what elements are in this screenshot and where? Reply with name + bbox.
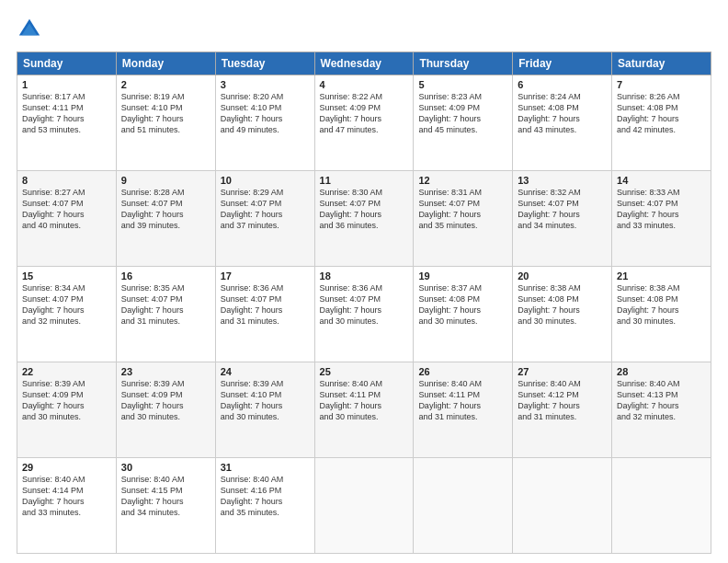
- cell-info: Sunrise: 8:39 AMSunset: 4:10 PMDaylight:…: [221, 378, 310, 423]
- calendar-week-2: 8Sunrise: 8:27 AMSunset: 4:07 PMDaylight…: [17, 171, 711, 267]
- day-header-thursday: Thursday: [414, 52, 513, 75]
- day-number: 28: [617, 366, 706, 377]
- calendar-cell: 3Sunrise: 8:20 AMSunset: 4:10 PMDaylight…: [215, 75, 314, 171]
- calendar-cell: 2Sunrise: 8:19 AMSunset: 4:10 PMDaylight…: [116, 75, 215, 171]
- cell-info: Sunrise: 8:37 AMSunset: 4:08 PMDaylight:…: [418, 282, 507, 327]
- day-number: 24: [221, 366, 310, 377]
- day-number: 15: [22, 270, 111, 282]
- cell-info: Sunrise: 8:40 AMSunset: 4:15 PMDaylight:…: [121, 474, 210, 519]
- day-header-friday: Friday: [513, 52, 612, 75]
- calendar-cell: 28Sunrise: 8:40 AMSunset: 4:13 PMDayligh…: [612, 362, 711, 458]
- calendar-cell: 19Sunrise: 8:37 AMSunset: 4:08 PMDayligh…: [414, 267, 513, 362]
- calendar-cell: 4Sunrise: 8:22 AMSunset: 4:09 PMDaylight…: [314, 75, 414, 171]
- cell-info: Sunrise: 8:23 AMSunset: 4:09 PMDaylight:…: [418, 91, 507, 136]
- calendar-cell: 31Sunrise: 8:40 AMSunset: 4:16 PMDayligh…: [215, 458, 314, 554]
- cell-info: Sunrise: 8:36 AMSunset: 4:07 PMDaylight:…: [221, 282, 310, 327]
- day-number: 30: [121, 462, 210, 473]
- day-number: 17: [221, 270, 310, 282]
- calendar-cell: 22Sunrise: 8:39 AMSunset: 4:09 PMDayligh…: [17, 362, 117, 458]
- day-number: 14: [617, 175, 706, 186]
- calendar-cell: [612, 458, 711, 554]
- calendar-header-row: SundayMondayTuesdayWednesdayThursdayFrid…: [17, 52, 711, 75]
- cell-info: Sunrise: 8:39 AMSunset: 4:09 PMDaylight:…: [121, 378, 210, 423]
- day-number: 16: [121, 270, 210, 282]
- day-number: 11: [320, 175, 409, 186]
- calendar-table: SundayMondayTuesdayWednesdayThursdayFrid…: [17, 52, 711, 554]
- cell-info: Sunrise: 8:32 AMSunset: 4:07 PMDaylight:…: [518, 187, 607, 232]
- page: SundayMondayTuesdayWednesdayThursdayFrid…: [0, 0, 728, 563]
- day-number: 4: [320, 79, 409, 90]
- calendar-cell: 21Sunrise: 8:38 AMSunset: 4:08 PMDayligh…: [612, 267, 711, 362]
- calendar-week-4: 22Sunrise: 8:39 AMSunset: 4:09 PMDayligh…: [17, 362, 711, 458]
- cell-info: Sunrise: 8:40 AMSunset: 4:13 PMDaylight:…: [617, 378, 706, 423]
- calendar-cell: 30Sunrise: 8:40 AMSunset: 4:15 PMDayligh…: [116, 458, 215, 554]
- cell-info: Sunrise: 8:17 AMSunset: 4:11 PMDaylight:…: [22, 91, 111, 136]
- day-number: 8: [22, 175, 111, 186]
- day-number: 25: [320, 366, 409, 377]
- cell-info: Sunrise: 8:40 AMSunset: 4:11 PMDaylight:…: [418, 378, 507, 423]
- day-number: 22: [22, 366, 111, 377]
- calendar-cell: 26Sunrise: 8:40 AMSunset: 4:11 PMDayligh…: [414, 362, 513, 458]
- day-number: 20: [518, 270, 607, 282]
- calendar-cell: 7Sunrise: 8:26 AMSunset: 4:08 PMDaylight…: [612, 75, 711, 171]
- day-header-monday: Monday: [116, 52, 215, 75]
- cell-info: Sunrise: 8:40 AMSunset: 4:12 PMDaylight:…: [518, 378, 607, 423]
- cell-info: Sunrise: 8:26 AMSunset: 4:08 PMDaylight:…: [617, 91, 706, 136]
- calendar-cell: 12Sunrise: 8:31 AMSunset: 4:07 PMDayligh…: [414, 171, 513, 267]
- calendar-cell: 27Sunrise: 8:40 AMSunset: 4:12 PMDayligh…: [513, 362, 612, 458]
- cell-info: Sunrise: 8:38 AMSunset: 4:08 PMDaylight:…: [518, 282, 607, 327]
- calendar-cell: 9Sunrise: 8:28 AMSunset: 4:07 PMDaylight…: [116, 171, 215, 267]
- calendar-week-5: 29Sunrise: 8:40 AMSunset: 4:14 PMDayligh…: [17, 458, 711, 554]
- cell-info: Sunrise: 8:39 AMSunset: 4:09 PMDaylight:…: [22, 378, 111, 423]
- day-number: 5: [418, 79, 507, 90]
- calendar-cell: 18Sunrise: 8:36 AMSunset: 4:07 PMDayligh…: [314, 267, 414, 362]
- cell-info: Sunrise: 8:29 AMSunset: 4:07 PMDaylight:…: [221, 187, 310, 232]
- cell-info: Sunrise: 8:30 AMSunset: 4:07 PMDaylight:…: [320, 187, 409, 232]
- calendar-cell: 16Sunrise: 8:35 AMSunset: 4:07 PMDayligh…: [116, 267, 215, 362]
- logo-icon: [17, 17, 42, 42]
- calendar-cell: 8Sunrise: 8:27 AMSunset: 4:07 PMDaylight…: [17, 171, 117, 267]
- calendar-cell: [414, 458, 513, 554]
- day-header-tuesday: Tuesday: [215, 52, 314, 75]
- logo: [17, 17, 46, 42]
- cell-info: Sunrise: 8:33 AMSunset: 4:07 PMDaylight:…: [617, 187, 706, 232]
- day-number: 13: [518, 175, 607, 186]
- day-number: 27: [518, 366, 607, 377]
- day-number: 18: [320, 270, 409, 282]
- day-number: 7: [617, 79, 706, 90]
- cell-info: Sunrise: 8:40 AMSunset: 4:16 PMDaylight:…: [221, 474, 310, 519]
- cell-info: Sunrise: 8:27 AMSunset: 4:07 PMDaylight:…: [22, 187, 111, 232]
- cell-info: Sunrise: 8:19 AMSunset: 4:10 PMDaylight:…: [121, 91, 210, 136]
- cell-info: Sunrise: 8:22 AMSunset: 4:09 PMDaylight:…: [320, 91, 409, 136]
- calendar-cell: 6Sunrise: 8:24 AMSunset: 4:08 PMDaylight…: [513, 75, 612, 171]
- calendar-week-3: 15Sunrise: 8:34 AMSunset: 4:07 PMDayligh…: [17, 267, 711, 362]
- calendar-cell: 25Sunrise: 8:40 AMSunset: 4:11 PMDayligh…: [314, 362, 414, 458]
- calendar-cell: 15Sunrise: 8:34 AMSunset: 4:07 PMDayligh…: [17, 267, 117, 362]
- cell-info: Sunrise: 8:36 AMSunset: 4:07 PMDaylight:…: [320, 282, 409, 327]
- calendar-cell: [513, 458, 612, 554]
- day-number: 3: [221, 79, 310, 90]
- day-number: 26: [418, 366, 507, 377]
- calendar-cell: 1Sunrise: 8:17 AMSunset: 4:11 PMDaylight…: [17, 75, 117, 171]
- day-number: 29: [22, 462, 111, 473]
- calendar-cell: 29Sunrise: 8:40 AMSunset: 4:14 PMDayligh…: [17, 458, 117, 554]
- calendar-cell: 10Sunrise: 8:29 AMSunset: 4:07 PMDayligh…: [215, 171, 314, 267]
- day-number: 21: [617, 270, 706, 282]
- calendar-cell: 5Sunrise: 8:23 AMSunset: 4:09 PMDaylight…: [414, 75, 513, 171]
- day-number: 10: [221, 175, 310, 186]
- calendar-week-1: 1Sunrise: 8:17 AMSunset: 4:11 PMDaylight…: [17, 75, 711, 171]
- calendar-cell: 20Sunrise: 8:38 AMSunset: 4:08 PMDayligh…: [513, 267, 612, 362]
- cell-info: Sunrise: 8:28 AMSunset: 4:07 PMDaylight:…: [121, 187, 210, 232]
- day-number: 1: [22, 79, 111, 90]
- cell-info: Sunrise: 8:31 AMSunset: 4:07 PMDaylight:…: [418, 187, 507, 232]
- day-header-sunday: Sunday: [17, 52, 117, 75]
- day-number: 9: [121, 175, 210, 186]
- day-header-wednesday: Wednesday: [314, 52, 414, 75]
- day-number: 6: [518, 79, 607, 90]
- calendar-cell: 23Sunrise: 8:39 AMSunset: 4:09 PMDayligh…: [116, 362, 215, 458]
- calendar-cell: 24Sunrise: 8:39 AMSunset: 4:10 PMDayligh…: [215, 362, 314, 458]
- cell-info: Sunrise: 8:40 AMSunset: 4:11 PMDaylight:…: [320, 378, 409, 423]
- day-number: 19: [418, 270, 507, 282]
- cell-info: Sunrise: 8:35 AMSunset: 4:07 PMDaylight:…: [121, 282, 210, 327]
- calendar-cell: 11Sunrise: 8:30 AMSunset: 4:07 PMDayligh…: [314, 171, 414, 267]
